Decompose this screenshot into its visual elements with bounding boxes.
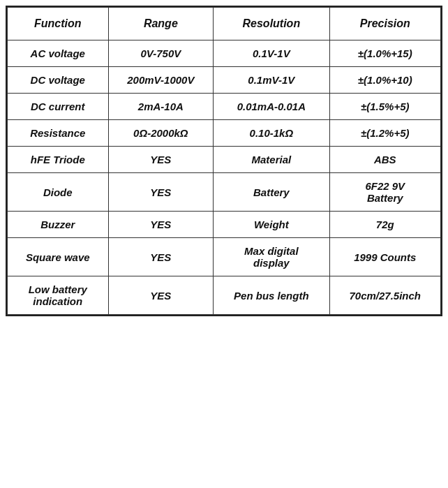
cell-6-function: Buzzer [8, 212, 109, 238]
specs-table-container: Function Range Resolution Precision AC v… [6, 6, 442, 316]
cell-7-function: Square wave [8, 238, 109, 276]
specs-table: Function Range Resolution Precision AC v… [7, 7, 441, 315]
cell-2-resolution: 0.01mA-0.01A [214, 94, 329, 120]
table-row: DC current2mA-10A0.01mA-0.01A±(1.5%+5) [8, 94, 441, 120]
cell-2-precision: ±(1.5%+5) [329, 94, 441, 120]
cell-1-precision: ±(1.0%+10) [329, 67, 441, 94]
cell-1-function: DC voltage [8, 67, 109, 94]
cell-2-function: DC current [8, 94, 109, 120]
table-row: Resistance0Ω-2000kΩ0.10-1kΩ±(1.2%+5) [8, 120, 441, 147]
cell-3-range: 0Ω-2000kΩ [108, 120, 214, 147]
cell-0-range: 0V-750V [108, 40, 214, 67]
cell-3-function: Resistance [8, 120, 109, 147]
cell-6-resolution: Weight [214, 212, 329, 238]
table-row: Low batteryindicationYESPen bus length70… [8, 276, 441, 315]
cell-7-range: YES [108, 238, 214, 276]
cell-1-resolution: 0.1mV-1V [214, 67, 329, 94]
table-row: hFE TriodeYESMaterialABS [8, 147, 441, 173]
table-row: BuzzerYESWeight72g [8, 212, 441, 238]
cell-4-precision: ABS [329, 147, 441, 173]
table-row: DiodeYESBattery6F22 9VBattery [8, 173, 441, 212]
table-row: AC voltage0V-750V0.1V-1V±(1.0%+15) [8, 40, 441, 67]
cell-4-function: hFE Triode [8, 147, 109, 173]
cell-6-range: YES [108, 212, 214, 238]
cell-0-resolution: 0.1V-1V [214, 40, 329, 67]
cell-0-function: AC voltage [8, 40, 109, 67]
cell-4-range: YES [108, 147, 214, 173]
cell-5-precision: 6F22 9VBattery [329, 173, 441, 212]
cell-8-range: YES [108, 276, 214, 315]
cell-6-precision: 72g [329, 212, 441, 238]
cell-8-function: Low batteryindication [8, 276, 109, 315]
col-header-resolution: Resolution [214, 8, 329, 40]
cell-0-precision: ±(1.0%+15) [329, 40, 441, 67]
header-row: Function Range Resolution Precision [8, 8, 441, 40]
cell-5-range: YES [108, 173, 214, 212]
table-row: DC voltage200mV-1000V0.1mV-1V±(1.0%+10) [8, 67, 441, 94]
cell-2-range: 2mA-10A [108, 94, 214, 120]
cell-7-precision: 1999 Counts [329, 238, 441, 276]
cell-7-resolution: Max digitaldisplay [214, 238, 329, 276]
cell-5-function: Diode [8, 173, 109, 212]
cell-3-resolution: 0.10-1kΩ [214, 120, 329, 147]
cell-3-precision: ±(1.2%+5) [329, 120, 441, 147]
cell-5-resolution: Battery [214, 173, 329, 212]
table-row: Square waveYESMax digitaldisplay1999 Cou… [8, 238, 441, 276]
cell-1-range: 200mV-1000V [108, 67, 214, 94]
cell-8-precision: 70cm/27.5inch [329, 276, 441, 315]
col-header-precision: Precision [329, 8, 441, 40]
cell-8-resolution: Pen bus length [214, 276, 329, 315]
col-header-range: Range [108, 8, 214, 40]
col-header-function: Function [8, 8, 109, 40]
cell-4-resolution: Material [214, 147, 329, 173]
